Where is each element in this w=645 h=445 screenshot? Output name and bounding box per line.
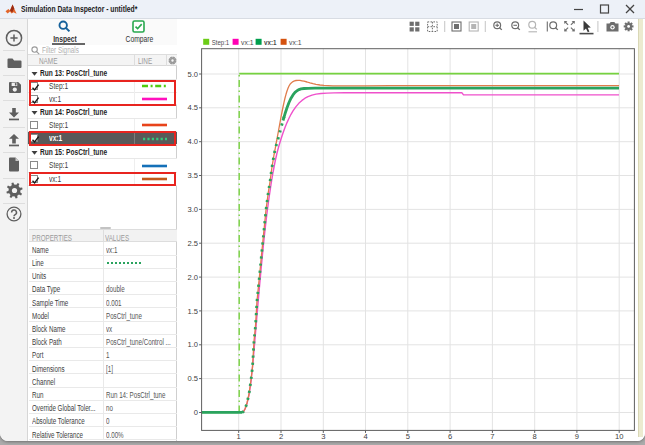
svg-text:2.0: 2.0: [187, 273, 198, 282]
svg-text:1.5: 1.5: [187, 307, 198, 316]
svg-text:0: 0: [194, 408, 198, 417]
svg-text:3.0: 3.0: [187, 205, 198, 214]
svg-text:8: 8: [533, 432, 537, 441]
svg-text:4.0: 4.0: [187, 137, 198, 146]
svg-text:1: 1: [237, 432, 241, 441]
svg-text:vx:1: vx:1: [241, 38, 254, 47]
svg-text:5.0: 5.0: [187, 70, 198, 79]
svg-text:vx:1: vx:1: [264, 38, 277, 47]
svg-text:10: 10: [615, 432, 623, 441]
svg-text:vx:1: vx:1: [289, 38, 302, 47]
svg-text:0.5: 0.5: [187, 374, 198, 383]
svg-text:4.5: 4.5: [187, 103, 198, 112]
svg-text:Step:1: Step:1: [212, 38, 230, 47]
svg-text:6: 6: [448, 432, 452, 441]
svg-text:3.5: 3.5: [187, 171, 198, 180]
svg-text:1.0: 1.0: [187, 340, 198, 349]
svg-text:2.5: 2.5: [187, 239, 198, 248]
svg-text:2: 2: [279, 432, 283, 441]
svg-text:7: 7: [490, 432, 494, 441]
svg-text:5: 5: [406, 432, 410, 441]
svg-text:4: 4: [363, 432, 367, 441]
svg-text:9: 9: [575, 432, 579, 441]
svg-text:3: 3: [321, 432, 325, 441]
